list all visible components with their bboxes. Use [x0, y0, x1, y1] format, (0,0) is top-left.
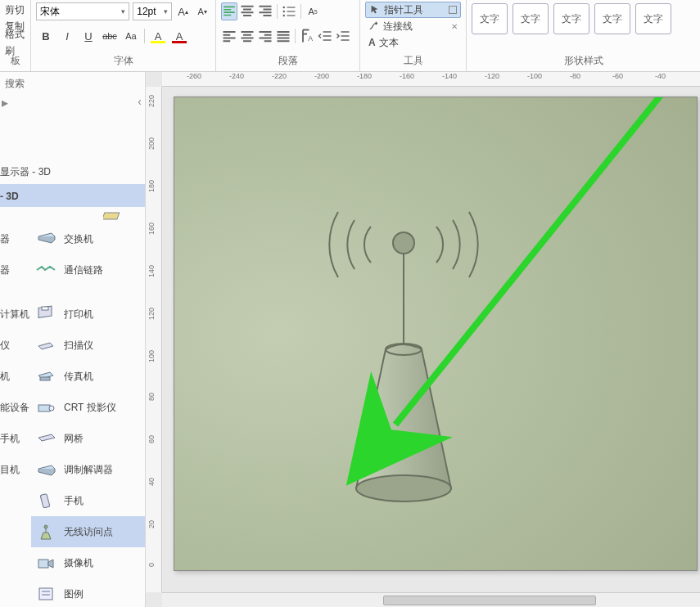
style-chip-2[interactable]: 文字 [513, 3, 549, 34]
clipboard-group: 剪切 复制 格式刷 板 [0, 0, 31, 71]
shape-icon [34, 229, 57, 249]
style-chip-3[interactable]: 文字 [553, 3, 589, 34]
style-chip-5[interactable]: 文字 [635, 3, 671, 34]
horizontal-ruler: -260-240-220-200-180-160-140-120-100-80-… [162, 72, 700, 87]
align-center-button[interactable] [239, 27, 255, 45]
chevron-down-icon: ▾ [121, 7, 125, 16]
shape-item-5[interactable]: CRT 投影仪 [31, 392, 145, 423]
shape-icon [34, 584, 57, 604]
vertical-ruler: 220200180160140120100806040200 [146, 87, 162, 592]
shape-item-4[interactable]: 传真机 [31, 361, 145, 392]
sidebar-left-label[interactable]: 目机 [0, 454, 31, 485]
shape-style-group: 文字 文字 文字 文字 文字 形状样式 [467, 0, 700, 71]
sidebar-left-label[interactable]: 器 [0, 223, 31, 254]
style-chip-1[interactable]: 文字 [472, 3, 508, 34]
chevron-down-icon: ▾ [164, 7, 168, 16]
shape-item-label: 通信链路 [64, 263, 103, 277]
shape-item-9[interactable]: 无线访问点 [31, 516, 145, 547]
svg-rect-6 [42, 307, 48, 310]
collapse-sidebar-button[interactable]: ‹ [138, 95, 142, 108]
font-group: 宋体▾ 12pt▾ A▴ A▾ B I U abc Aa A A 字体 [31, 0, 216, 71]
format-painter-button[interactable]: 格式刷 [5, 34, 25, 51]
shape-item-3[interactable]: 扫描仪 [31, 330, 145, 361]
search-header[interactable]: 搜索 [0, 72, 145, 95]
sidebar-left-label[interactable]: 机 [0, 361, 31, 392]
shape-item-10[interactable]: 摄像机 [31, 547, 145, 578]
cut-button[interactable]: 剪切 [5, 2, 25, 18]
decrease-indent-button[interactable] [317, 27, 333, 45]
ribbon: 剪切 复制 格式刷 板 宋体▾ 12pt▾ A▴ A▾ B I U abc [0, 0, 700, 72]
font-family-select[interactable]: 宋体▾ [36, 2, 129, 20]
shape-item-label: 扫描仪 [64, 339, 93, 353]
shape-icon [34, 260, 57, 280]
horizontal-scrollbar[interactable] [162, 592, 700, 607]
text-tool-button[interactable]: A 文本 [365, 34, 461, 51]
style-chip-4[interactable]: 文字 [594, 3, 630, 34]
shape-item-label: 网桥 [64, 432, 84, 446]
align-top-left-button[interactable] [221, 2, 237, 20]
svg-rect-13 [38, 560, 48, 568]
shape-item-1[interactable]: 通信链路 [31, 254, 145, 286]
bullet-list-button[interactable] [281, 2, 297, 20]
italic-button[interactable]: I [57, 27, 77, 45]
font-group-label: 字体 [36, 54, 210, 71]
shape-item-label: 无线访问点 [64, 525, 113, 539]
shape-item-7[interactable]: 调制解调器 [31, 454, 145, 485]
scrollbar-thumb[interactable] [383, 596, 596, 605]
category-display-3d[interactable]: 显示器 - 3D [0, 159, 145, 184]
canvas-area[interactable]: -260-240-220-200-180-160-140-120-100-80-… [146, 72, 700, 607]
align-left-button[interactable] [221, 27, 237, 45]
svg-rect-14 [39, 588, 52, 600]
shape-icon [34, 460, 57, 479]
font-color-button[interactable]: A [169, 27, 189, 45]
shape-item-label: 打印机 [64, 308, 93, 321]
sidebar-left-label[interactable]: 能设备 [0, 392, 31, 423]
align-top-right-button[interactable] [257, 2, 273, 20]
category-current-3d[interactable]: - 3D [0, 184, 145, 207]
pointer-tool-button[interactable]: 指针工具 [365, 2, 461, 18]
shape-item-label: 调制解调器 [64, 463, 113, 477]
drawing-page[interactable] [174, 97, 698, 571]
shape-icon [34, 366, 57, 386]
sidebar-left-label[interactable]: 仪 [0, 330, 31, 361]
increase-font-button[interactable]: A▴ [175, 2, 192, 20]
shape-icon [34, 553, 57, 573]
clipboard-group-label: 板 [5, 54, 25, 71]
connector-tool-button[interactable]: 连接线 ✕ [365, 18, 461, 34]
shape-item-label: 传真机 [64, 370, 93, 384]
align-right-button[interactable] [257, 27, 273, 45]
shape-item-8[interactable]: 手机 [31, 485, 145, 516]
sidebar-left-label[interactable]: 计算机 [0, 299, 31, 330]
decrease-font-button[interactable]: A▾ [194, 2, 210, 20]
superscript-button[interactable]: A5 [305, 2, 321, 20]
sidebar-left-label[interactable]: 手机 [0, 423, 31, 454]
shape-icon [34, 491, 57, 510]
sidebar-left-label[interactable]: 器 [0, 254, 31, 286]
shape-item-label: 交换机 [64, 232, 93, 246]
font-size-select[interactable]: 12pt▾ [133, 2, 171, 20]
increase-indent-button[interactable] [335, 27, 351, 45]
shape-style-group-label: 形状样式 [472, 54, 695, 71]
align-justify-button[interactable] [275, 27, 291, 45]
shape-item-11[interactable]: 图例 [31, 578, 145, 607]
shape-item-label: CRT 投影仪 [64, 401, 116, 415]
shapes-sidebar: ‹ 搜索 ▸ 显示器 - 3D - 3D 器器计算机仪机能设备手机目机 交换机通… [0, 72, 146, 607]
shape-icon [34, 304, 57, 324]
align-top-center-button[interactable] [239, 2, 255, 20]
svg-rect-4 [103, 213, 120, 219]
underline-button[interactable]: U [79, 27, 98, 45]
shape-item-6[interactable]: 网桥 [31, 423, 145, 454]
shape-item-2[interactable]: 打印机 [31, 299, 145, 330]
highlight-color-button[interactable]: A [148, 27, 168, 45]
svg-rect-7 [40, 377, 50, 380]
strikethrough-button[interactable]: abc [100, 27, 120, 45]
svg-point-9 [49, 406, 54, 411]
svg-point-2 [283, 15, 286, 17]
svg-point-1 [283, 11, 286, 13]
shape-item-label: 图例 [64, 587, 84, 601]
change-case-button[interactable]: Aa [121, 27, 141, 45]
svg-rect-10 [40, 493, 50, 508]
text-direction-button[interactable]: A [299, 27, 315, 45]
shape-item-0[interactable]: 交换机 [31, 223, 145, 254]
bold-button[interactable]: B [36, 27, 56, 45]
